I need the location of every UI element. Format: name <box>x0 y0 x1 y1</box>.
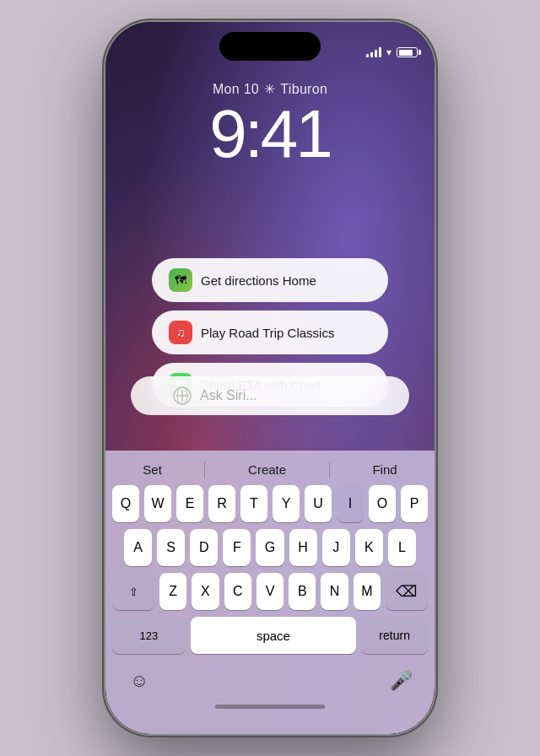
maps-icon: 🗺 <box>169 268 192 292</box>
signal-icon <box>366 47 381 57</box>
key-t[interactable]: T <box>240 485 267 522</box>
key-g[interactable]: G <box>256 529 284 566</box>
mic-button[interactable]: 🎤 <box>384 664 418 698</box>
key-f[interactable]: F <box>223 529 251 566</box>
key-x[interactable]: X <box>192 573 219 610</box>
space-key[interactable]: space <box>191 617 357 654</box>
key-n[interactable]: N <box>321 573 348 610</box>
clock-date: Mon 10 ✳︎ Tiburon <box>105 81 435 97</box>
key-b[interactable]: B <box>289 573 316 610</box>
quicktype-create[interactable]: Create <box>240 459 294 480</box>
keyboard-row-1: Q W E R T Y U I O P <box>109 485 431 522</box>
suggestion-music[interactable]: ♫ Play Road Trip Classics <box>152 310 388 354</box>
suggestion-directions-label: Get directions Home <box>201 273 316 288</box>
key-e[interactable]: E <box>176 485 203 522</box>
weather-text: Tiburon <box>280 82 327 97</box>
key-c[interactable]: C <box>224 573 251 610</box>
key-p[interactable]: P <box>401 485 428 522</box>
key-r[interactable]: R <box>208 485 235 522</box>
wifi-icon: ▾ <box>386 46 392 58</box>
key-y[interactable]: Y <box>273 485 300 522</box>
key-q[interactable]: Q <box>112 485 139 522</box>
keyboard-bottom-bar: ☺ 🎤 <box>109 661 431 699</box>
clock-time: 9:41 <box>105 100 435 168</box>
key-k[interactable]: K <box>355 529 383 566</box>
siri-circle-icon <box>173 386 192 405</box>
key-w[interactable]: W <box>144 485 171 522</box>
shift-key[interactable]: ⇧ <box>112 573 154 610</box>
date-text: Mon 10 <box>213 82 259 97</box>
siri-placeholder: Ask Siri... <box>200 388 257 403</box>
home-indicator <box>215 705 325 709</box>
siri-input-display: Ask Siri... <box>131 376 409 415</box>
emoji-button[interactable]: ☺ <box>122 664 156 698</box>
return-key[interactable]: return <box>361 617 428 654</box>
battery-icon <box>397 47 418 57</box>
key-d[interactable]: D <box>190 529 218 566</box>
keyboard-row-3: ⇧ Z X C V B N M ⌫ <box>109 573 431 610</box>
key-v[interactable]: V <box>256 573 284 610</box>
suggestion-directions[interactable]: 🗺 Get directions Home <box>152 258 388 302</box>
key-o[interactable]: O <box>369 485 396 522</box>
siri-input-area: Ask Siri... <box>131 376 409 415</box>
music-icon: ♫ <box>169 321 192 344</box>
quicktype-divider-2 <box>329 462 330 478</box>
suggestion-music-label: Play Road Trip Classics <box>201 326 334 340</box>
keyboard: Set Create Find Q W E R T Y U I O P <box>105 451 435 734</box>
quicktype-find[interactable]: Find <box>364 459 405 480</box>
key-m[interactable]: M <box>354 573 381 610</box>
keyboard-row-4: 123 space return <box>109 617 431 654</box>
phone-frame: ▾ Mon 10 ✳︎ Tiburon 9:41 🗺 Get direction… <box>105 22 435 734</box>
keyboard-row-2: A S D F G H J K L <box>109 529 431 566</box>
clock-area: Mon 10 ✳︎ Tiburon 9:41 <box>105 81 435 168</box>
key-z[interactable]: Z <box>159 573 186 610</box>
sun-icon: ✳︎ <box>264 81 275 97</box>
key-i[interactable]: I <box>337 485 364 522</box>
quicktype-bar: Set Create Find <box>109 456 431 485</box>
numbers-key[interactable]: 123 <box>112 617 186 654</box>
delete-key[interactable]: ⌫ <box>386 573 428 610</box>
quicktype-set[interactable]: Set <box>134 459 170 480</box>
dynamic-island <box>219 32 321 61</box>
screen: ▾ Mon 10 ✳︎ Tiburon 9:41 🗺 Get direction… <box>105 22 435 734</box>
key-a[interactable]: A <box>124 529 152 566</box>
key-j[interactable]: J <box>322 529 350 566</box>
key-u[interactable]: U <box>305 485 332 522</box>
key-l[interactable]: L <box>388 529 416 566</box>
status-icons: ▾ <box>366 46 418 58</box>
key-h[interactable]: H <box>289 529 317 566</box>
key-s[interactable]: S <box>157 529 185 566</box>
quicktype-divider-1 <box>204 462 205 478</box>
